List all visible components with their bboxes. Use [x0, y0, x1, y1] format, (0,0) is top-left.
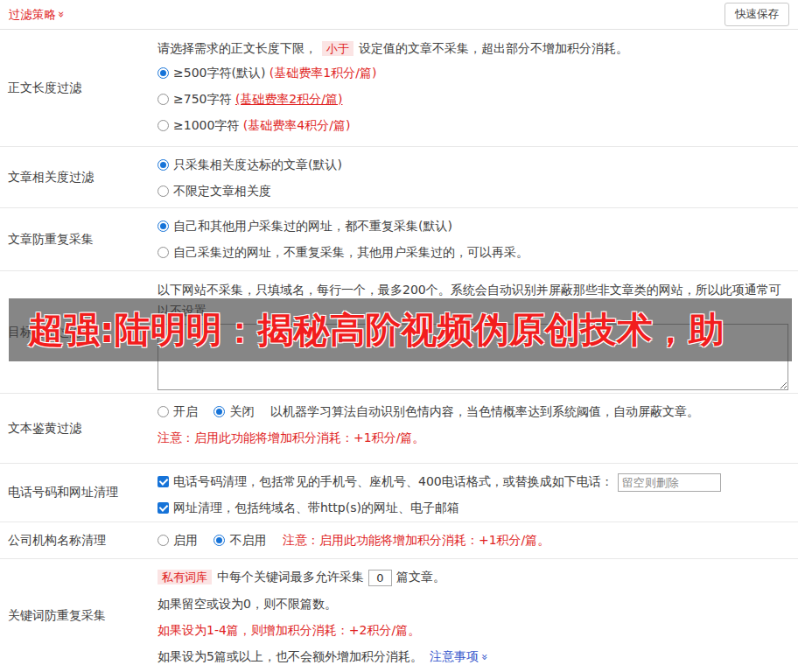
section-content: 开启 关闭 以机器学习算法自动识别色情内容，当色情概率达到系统阈值，自动屏蔽文章… [150, 394, 798, 463]
phone-replace-input[interactable] [618, 473, 721, 492]
watermark-text: 超强:陆明明：揭秘高阶视频伪原创技术，助 [28, 306, 724, 354]
section-label-content-length: 正文长度过滤 [0, 30, 150, 146]
company-option-on[interactable]: 启用 [158, 533, 198, 547]
radio-checked-icon[interactable] [158, 159, 169, 171]
section-label-keyword-dedup: 关键词防重复采集 [0, 559, 150, 672]
section-dedup: 文章防重复采集 自己和其他用户采集过的网址，都不重复采集(默认) 自己采集过的网… [0, 208, 798, 271]
notes-link[interactable]: 注意事项» [430, 649, 488, 663]
relevance-option-any[interactable]: 不限定文章相关度 [158, 178, 792, 204]
length-intro: 请选择需求的正文长度下限，小于设定值的文章不采集，超出部分不增加积分消耗。 [158, 38, 792, 60]
option-label: ≥1000字符 [173, 118, 239, 132]
porn-option-off[interactable]: 关闭 [214, 404, 254, 418]
relevance-option-strict[interactable]: 只采集相关度达标的文章(默认) [158, 151, 792, 178]
option-label: 电话号码清理，包括常见的手机号、座机号、400电话格式，或替换成如下电话： [173, 474, 613, 488]
page-title-text: 过滤策略 [9, 7, 56, 21]
keyword-note-zero: 如果留空或设为0，则不限篇数。 [158, 591, 792, 617]
section-label-dedup: 文章防重复采集 [0, 208, 150, 270]
keyword-note-cost: 如果设为1-4篇，则增加积分消耗：+2积分/篇。 [158, 617, 792, 643]
option-label: ≥500字符(默认) [173, 66, 265, 80]
intro-text-pre: 请选择需求的正文长度下限， [158, 41, 317, 55]
private-lexicon-tag[interactable]: 私有词库 [158, 570, 212, 584]
option-label: 开启 [173, 404, 198, 418]
section-keyword-dedup: 关键词防重复采集 私有词库中每个关键词最多允许采集篇文章。 如果留空或设为0，则… [0, 559, 798, 672]
keyword-limit-text: 中每个关键词最多允许采集 [217, 570, 364, 584]
dedup-option-all[interactable]: 自己和其他用户采集过的网址，都不重复采集(默认) [158, 213, 792, 239]
fee-note: (基础费率4积分/篇) [243, 118, 351, 132]
chevron-down-icon: » [55, 10, 68, 18]
length-option-500[interactable]: ≥500字符(默认) (基础费率1积分/篇) [158, 60, 792, 86]
less-than-tag: 小于 [322, 41, 354, 56]
section-label-relevance: 文章相关度过滤 [0, 147, 150, 207]
radio-checked-icon[interactable] [158, 67, 169, 79]
intro-text-post: 设定值的文章不采集，超出部分不增加积分消耗。 [359, 41, 628, 55]
dedup-option-self[interactable]: 自己采集过的网址，不重复采集，其他用户采集过的，可以再采。 [158, 239, 792, 265]
watermark-overlay: 超强:陆明明：揭秘高阶视频伪原创技术，助 [9, 298, 792, 361]
quick-save-button[interactable]: 快速保存 [724, 3, 789, 26]
porn-cost-note: 注意：启用此功能将增加积分消耗：+1积分/篇。 [158, 424, 792, 451]
section-content: 私有词库中每个关键词最多允许采集篇文章。 如果留空或设为0，则不限篇数。 如果设… [150, 559, 798, 672]
option-label: 不启用 [229, 533, 266, 547]
section-label-phone-url-clean: 电话号码和网址清理 [0, 464, 150, 522]
radio-icon[interactable] [158, 406, 169, 417]
section-content-length: 正文长度过滤 请选择需求的正文长度下限，小于设定值的文章不采集，超出部分不增加积… [0, 30, 798, 147]
radio-checked-icon[interactable] [158, 220, 169, 232]
company-option-off[interactable]: 不启用 [214, 533, 266, 547]
fee-note: (基础费率1积分/篇) [270, 66, 377, 80]
radio-icon[interactable] [158, 120, 169, 131]
phone-clean-option[interactable]: 电话号码清理，包括常见的手机号、座机号、400电话格式，或替换成如下电话： [158, 468, 792, 494]
option-label: 不限定文章相关度 [173, 184, 271, 198]
url-clean-option[interactable]: 网址清理，包括纯域名、带http(s)的网址、电子邮箱 [158, 494, 792, 521]
porn-description: 以机器学习算法自动识别色情内容，当色情概率达到系统阈值，自动屏蔽文章。 [270, 404, 699, 418]
keyword-limit-tail: 篇文章。 [396, 570, 445, 584]
keyword-note-five: 如果设为5篇或以上，也不会额外增加积分消耗。 [158, 649, 423, 663]
length-option-750[interactable]: ≥750字符 (基础费率2积分/篇) [158, 86, 792, 112]
option-label: 关闭 [229, 404, 254, 418]
page-title[interactable]: 过滤策略» [9, 7, 66, 23]
porn-option-on[interactable]: 开启 [158, 404, 198, 418]
option-label: 只采集相关度达标的文章(默认) [173, 158, 342, 172]
radio-icon[interactable] [158, 535, 169, 546]
radio-icon[interactable] [158, 94, 169, 105]
length-option-1000[interactable]: ≥1000字符 (基础费率4积分/篇) [158, 112, 792, 138]
radio-checked-icon[interactable] [214, 406, 225, 417]
section-relevance: 文章相关度过滤 只采集相关度达标的文章(默认) 不限定文章相关度 [0, 147, 798, 208]
section-content: 请选择需求的正文长度下限，小于设定值的文章不采集，超出部分不增加积分消耗。 ≥5… [150, 30, 798, 146]
section-phone-url-clean: 电话号码和网址清理 电话号码清理，包括常见的手机号、座机号、400电话格式，或替… [0, 464, 798, 522]
section-porn-filter: 文本鉴黄过滤 开启 关闭 以机器学习算法自动识别色情内容，当色情概率达到系统阈值… [0, 394, 798, 464]
section-content: 只采集相关度达标的文章(默认) 不限定文章相关度 [150, 147, 798, 207]
section-label-company-clean: 公司机构名称清理 [0, 522, 150, 558]
section-content: 电话号码清理，包括常见的手机号、座机号、400电话格式，或替换成如下电话： 网址… [150, 464, 798, 522]
section-company-clean: 公司机构名称清理 启用 不启用 注意：启用此功能将增加积分消耗：+1积分/篇。 [0, 522, 798, 559]
option-label: 自己和其他用户采集过的网址，都不重复采集(默认) [173, 219, 452, 233]
topbar: 过滤策略» 快速保存 [0, 0, 798, 30]
section-content: 启用 不启用 注意：启用此功能将增加积分消耗：+1积分/篇。 [150, 522, 798, 558]
checkbox-checked-icon[interactable] [158, 502, 169, 514]
radio-icon[interactable] [158, 186, 169, 197]
fee-note: (基础费率2积分/篇) [235, 92, 343, 106]
section-content: 自己和其他用户采集过的网址，都不重复采集(默认) 自己采集过的网址，不重复采集，… [150, 208, 798, 270]
option-label: 启用 [173, 533, 198, 547]
checkbox-checked-icon[interactable] [158, 476, 169, 487]
company-cost-note: 注意：启用此功能将增加积分消耗：+1积分/篇。 [283, 533, 550, 547]
option-label: 网址清理，包括纯域名、带http(s)的网址、电子邮箱 [173, 500, 459, 514]
keyword-limit-input[interactable] [368, 570, 392, 586]
option-label: 自己采集过的网址，不重复采集，其他用户采集过的，可以再采。 [173, 245, 528, 259]
chevron-down-icon: » [472, 654, 498, 661]
radio-icon[interactable] [158, 247, 169, 258]
radio-checked-icon[interactable] [214, 535, 225, 546]
option-label: ≥750字符 [173, 92, 231, 106]
section-label-porn-filter: 文本鉴黄过滤 [0, 394, 150, 463]
